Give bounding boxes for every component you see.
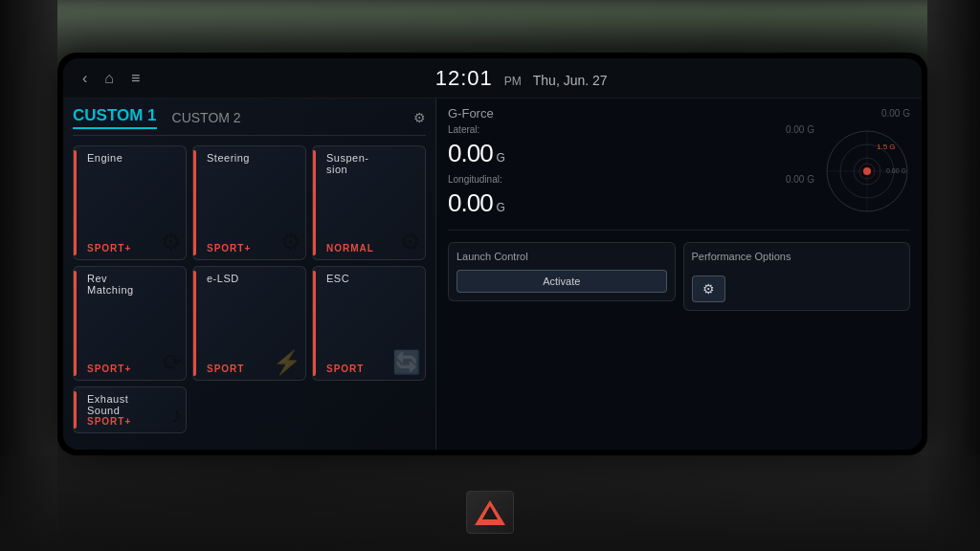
main-content: CUSTOM 1 CUSTOM 2 ⚙ Engine SPORT+ ⚙ xyxy=(63,99,922,450)
card-steering[interactable]: Steering SPORT+ ⚙ xyxy=(192,145,306,260)
card-indicator-exhaust xyxy=(74,391,77,429)
longitudinal-row: Longitudinal: 0.00 G xyxy=(448,174,814,185)
longitudinal-small: 0.00 G xyxy=(786,174,814,185)
lateral-value: 0.00 xyxy=(448,139,493,168)
clock-time: 12:01 xyxy=(435,66,493,91)
card-title-suspension: Suspen- sion xyxy=(321,152,417,175)
gforce-section: G-Force 0.00 G Lateral: 0.00 G 0.00 G xyxy=(448,106,910,218)
performance-options-title: Performance Options xyxy=(692,251,791,262)
card-title-esc: ESC xyxy=(321,273,417,284)
radar-svg: 1.5 G 0.00 G xyxy=(824,128,910,214)
right-panel: G-Force 0.00 G Lateral: 0.00 G 0.00 G xyxy=(436,99,922,450)
longitudinal-label: Longitudinal: xyxy=(448,174,515,185)
longitudinal-value-row: 0.00 G xyxy=(448,188,814,218)
rev-icon: ⟳ xyxy=(163,349,182,376)
clock-section: 12:01 PM Thu, Jun. 27 xyxy=(435,66,608,91)
lateral-small: 0.00 G xyxy=(786,124,814,135)
svg-text:0.00 G: 0.00 G xyxy=(886,167,906,174)
card-title-engine: Engine xyxy=(81,152,178,164)
activate-button[interactable]: Activate xyxy=(457,270,667,293)
card-exhaust[interactable]: Exhaust Sound SPORT+ ♪ xyxy=(73,386,187,433)
nav-icons: ‹ ⌂ ≡ xyxy=(82,70,140,87)
gforce-title-text: G-Force xyxy=(448,106,494,121)
gforce-max-label: 0.00 G xyxy=(881,108,910,119)
card-suspension[interactable]: Suspen- sion NORMAL ⚙ xyxy=(312,145,426,260)
hazard-triangle-icon xyxy=(475,500,505,525)
suspension-icon: ⚙ xyxy=(400,229,421,255)
left-panel: CUSTOM 1 CUSTOM 2 ⚙ Engine SPORT+ ⚙ xyxy=(63,99,436,450)
divider xyxy=(448,230,910,231)
elsd-icon: ⚡ xyxy=(273,349,301,376)
clock-date: Thu, Jun. 27 xyxy=(533,73,608,88)
card-esc[interactable]: ESC SPORT 🔄 xyxy=(312,266,426,381)
card-indicator-engine xyxy=(74,150,77,255)
engine-icon: ⚙ xyxy=(161,229,182,255)
lateral-label: Lateral: xyxy=(448,124,515,135)
cards-grid: Engine SPORT+ ⚙ Steering SPORT+ ⚙ Su xyxy=(73,145,426,433)
lateral-row: Lateral: 0.00 G xyxy=(448,124,814,135)
screen-bezel: ‹ ⌂ ≡ 12:01 PM Thu, Jun. 27 CUSTOM 1 CUS… xyxy=(57,53,927,455)
main-screen: ‹ ⌂ ≡ 12:01 PM Thu, Jun. 27 CUSTOM 1 CUS… xyxy=(63,58,922,450)
mode-tabs: CUSTOM 1 CUSTOM 2 ⚙ xyxy=(73,106,426,136)
card-title-rev: Rev Matching xyxy=(81,273,178,296)
lateral-value-row: 0.00 G xyxy=(448,139,814,168)
card-indicator-suspension xyxy=(313,150,316,255)
svg-text:1.5 G: 1.5 G xyxy=(877,143,896,151)
card-indicator-elsd xyxy=(193,271,196,376)
radar-container: 1.5 G 0.00 G xyxy=(824,128,910,214)
exhaust-icon: ♪ xyxy=(170,402,182,429)
tab-custom2[interactable]: CUSTOM 2 xyxy=(172,110,241,125)
launch-control-panel: Launch Control Activate xyxy=(448,242,676,301)
card-indicator-rev xyxy=(74,271,77,376)
gforce-header: G-Force 0.00 G xyxy=(448,106,910,121)
hazard-button[interactable] xyxy=(466,491,514,534)
steering-icon: ⚙ xyxy=(280,229,301,255)
performance-options-gear-button[interactable]: ⚙ xyxy=(692,276,725,302)
dashboard-bottom xyxy=(0,455,980,551)
back-button[interactable]: ‹ xyxy=(82,70,87,87)
clock-ampm: PM xyxy=(504,75,522,88)
launch-control-title: Launch Control xyxy=(457,251,667,262)
menu-button[interactable]: ≡ xyxy=(131,70,140,87)
bottom-section: Launch Control Activate Performance Opti… xyxy=(448,242,910,442)
card-setting-exhaust: SPORT+ xyxy=(81,416,178,427)
gforce-meters: Lateral: 0.00 G 0.00 G Longitudinal: 0.0… xyxy=(448,124,814,218)
card-engine[interactable]: Engine SPORT+ ⚙ xyxy=(73,145,187,260)
esc-icon: 🔄 xyxy=(392,349,421,376)
svg-point-6 xyxy=(863,167,871,175)
card-title-steering: Steering xyxy=(201,152,298,164)
lateral-unit: G xyxy=(497,151,505,165)
top-bar: ‹ ⌂ ≡ 12:01 PM Thu, Jun. 27 xyxy=(63,58,922,99)
card-indicator-esc xyxy=(313,271,316,376)
card-title-exhaust: Exhaust Sound xyxy=(81,393,178,416)
card-rev-matching[interactable]: Rev Matching SPORT+ ⟳ xyxy=(73,266,187,381)
settings-icon-left[interactable]: ⚙ xyxy=(413,110,426,125)
card-elsd[interactable]: e-LSD SPORT ⚡ xyxy=(192,266,306,381)
performance-options-panel: Performance Options ⚙ xyxy=(683,242,911,311)
gforce-display: Lateral: 0.00 G 0.00 G Longitudinal: 0.0… xyxy=(448,124,910,218)
home-button[interactable]: ⌂ xyxy=(104,70,114,87)
card-indicator-steering xyxy=(193,150,196,255)
longitudinal-value: 0.00 xyxy=(448,188,493,218)
longitudinal-unit: G xyxy=(497,201,505,214)
tab-custom1[interactable]: CUSTOM 1 xyxy=(73,106,157,129)
card-title-elsd: e-LSD xyxy=(201,273,298,284)
